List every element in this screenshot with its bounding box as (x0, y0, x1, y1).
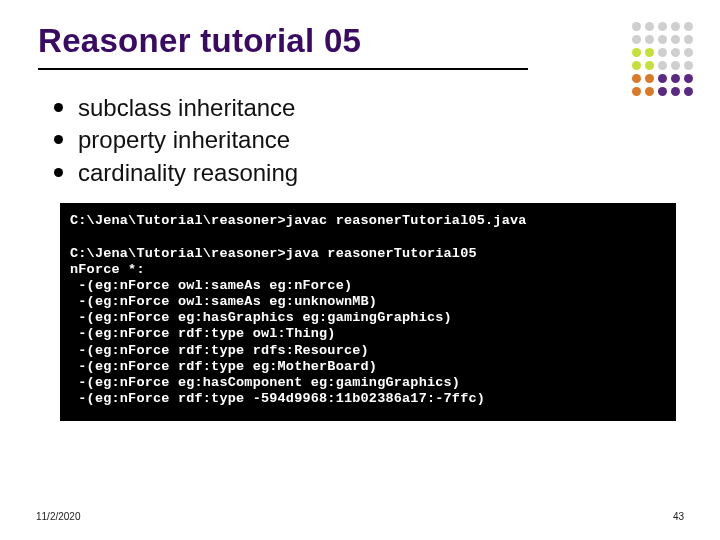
deco-dot (632, 22, 641, 31)
bullet-list: subclass inheritance property inheritanc… (50, 92, 682, 189)
decorative-dots (632, 22, 694, 97)
deco-dot (658, 35, 667, 44)
deco-dot (632, 48, 641, 57)
footer-page-number: 43 (673, 511, 684, 522)
deco-dot (645, 74, 654, 83)
footer-date: 11/2/2020 (36, 511, 81, 522)
deco-dot (658, 48, 667, 57)
deco-dot (684, 22, 693, 31)
slide: Reasoner tutorial 05 subclass inheritanc… (0, 0, 720, 540)
deco-dot (671, 48, 680, 57)
deco-dot (671, 22, 680, 31)
deco-dot (658, 74, 667, 83)
deco-dot (658, 22, 667, 31)
deco-dot (671, 74, 680, 83)
deco-dot (645, 48, 654, 57)
bullet-item: subclass inheritance (50, 92, 682, 124)
bullet-item: cardinality reasoning (50, 157, 682, 189)
deco-dot (645, 35, 654, 44)
deco-dot (684, 35, 693, 44)
title-underline (38, 68, 528, 70)
deco-dot (632, 74, 641, 83)
deco-dot (645, 22, 654, 31)
slide-title: Reasoner tutorial 05 (38, 22, 682, 60)
deco-dot (671, 35, 680, 44)
deco-dot (671, 61, 680, 70)
deco-dot (684, 61, 693, 70)
deco-dot (632, 61, 641, 70)
deco-dot (684, 87, 693, 96)
deco-dot (645, 61, 654, 70)
deco-dot (684, 48, 693, 57)
bullet-item: property inheritance (50, 124, 682, 156)
deco-dot (658, 61, 667, 70)
deco-dot (684, 74, 693, 83)
deco-dot (632, 35, 641, 44)
terminal-output: C:\Jena\Tutorial\reasoner>javac reasoner… (60, 203, 676, 421)
